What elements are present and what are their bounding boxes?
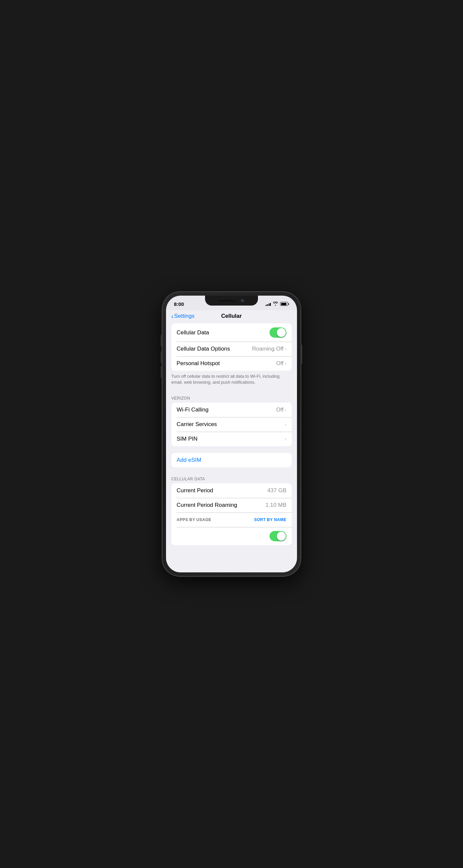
section-cellular-data: Cellular Data Cellular Data Options Roam… [166, 323, 297, 387]
row-label-current-period: Current Period [176, 487, 213, 494]
row-personal-hotspot[interactable]: Personal Hotspot Off › [171, 356, 292, 371]
row-right-hotspot: Off › [276, 360, 287, 367]
card-cellular-usage: Current Period 437 GB Current Period Roa… [171, 483, 292, 545]
roaming-value: 1.10 MB [266, 502, 287, 508]
phone-screen: 8:00 [166, 296, 297, 572]
row-right-wifi-calling: Off › [276, 406, 287, 413]
section-cellular-data-header: CELLULAR DATA [166, 474, 297, 483]
cellular-data-toggle[interactable] [269, 328, 287, 338]
row-right-carrier-services: › [285, 422, 287, 427]
battery-icon [280, 302, 289, 306]
row-cellular-data[interactable]: Cellular Data [171, 323, 292, 342]
section-verizon: VERIZON Wi-Fi Calling Off › Carrier Serv… [166, 393, 297, 446]
row-current-period-roaming: Current Period Roaming 1.10 MB [171, 498, 292, 513]
bottom-toggle-knob [277, 532, 286, 540]
row-label-carrier-services: Carrier Services [176, 421, 217, 428]
row-current-period: Current Period 437 GB [171, 483, 292, 498]
chevron-icon: › [285, 346, 287, 351]
row-label-cellular-data: Cellular Data [176, 330, 209, 336]
row-label-roaming: Current Period Roaming [176, 502, 237, 508]
card-cellular: Cellular Data Cellular Data Options Roam… [171, 323, 292, 371]
row-wifi-calling[interactable]: Wi-Fi Calling Off › [171, 403, 292, 417]
row-right-roaming: 1.10 MB [266, 502, 287, 508]
section-esim: Add eSIM [166, 453, 297, 467]
bottom-toggle[interactable] [269, 531, 287, 541]
row-label-data-options: Cellular Data Options [176, 346, 230, 352]
row-toggle-bottom[interactable] [171, 527, 292, 545]
sort-by-name-button[interactable]: SORT BY NAME [254, 518, 287, 522]
section-verizon-header: VERIZON [166, 393, 297, 403]
card-esim: Add eSIM [171, 453, 292, 467]
notch [205, 296, 258, 306]
row-apps-by-usage: APPS BY USAGE SORT BY NAME [171, 513, 292, 527]
card-verizon: Wi-Fi Calling Off › Carrier Services › [171, 403, 292, 446]
row-right-data-options: Roaming Off › [252, 346, 287, 352]
bottom-spacer [166, 552, 297, 562]
chevron-icon-sim-pin: › [285, 436, 287, 442]
chevron-icon-carrier: › [285, 422, 287, 427]
wifi-icon [273, 302, 278, 306]
row-label-wifi-calling: Wi-Fi Calling [176, 406, 208, 413]
toggle-knob [277, 328, 286, 337]
screen-content[interactable]: ‹ Settings Cellular Cellular Data [166, 310, 297, 572]
phone-device: 8:00 [162, 292, 301, 576]
camera [241, 299, 244, 302]
row-right-current-period: 437 GB [267, 487, 287, 494]
section1-footer: Turn off cellular data to restrict all d… [166, 371, 297, 387]
chevron-icon-hotspot: › [285, 361, 287, 366]
row-sim-pin[interactable]: SIM PIN › [171, 432, 292, 446]
add-esim-label: Add eSIM [176, 457, 201, 463]
data-options-value: Roaming Off [252, 346, 284, 352]
status-icons [266, 302, 289, 306]
status-time: 8:00 [174, 301, 184, 307]
apps-by-usage-label: APPS BY USAGE [176, 518, 211, 522]
back-label: Settings [174, 313, 195, 319]
hotspot-value: Off [276, 360, 284, 367]
row-carrier-services[interactable]: Carrier Services › [171, 417, 292, 432]
chevron-icon-wifi-calling: › [285, 407, 287, 412]
wifi-calling-value: Off [276, 406, 284, 413]
section-cellular-data-usage: CELLULAR DATA Current Period 437 GB Curr… [166, 474, 297, 545]
page-title: Cellular [221, 313, 242, 319]
current-period-value: 437 GB [267, 487, 287, 494]
back-button[interactable]: ‹ Settings [171, 313, 195, 319]
row-add-esim[interactable]: Add eSIM [171, 453, 292, 467]
nav-bar: ‹ Settings Cellular [166, 310, 297, 323]
back-chevron-icon: ‹ [171, 313, 174, 319]
row-cellular-data-options[interactable]: Cellular Data Options Roaming Off › [171, 342, 292, 356]
signal-icon [266, 302, 271, 306]
row-label-hotspot: Personal Hotspot [176, 360, 220, 367]
speaker [219, 300, 235, 302]
row-right-sim-pin: › [285, 436, 287, 442]
row-label-sim-pin: SIM PIN [176, 436, 197, 442]
